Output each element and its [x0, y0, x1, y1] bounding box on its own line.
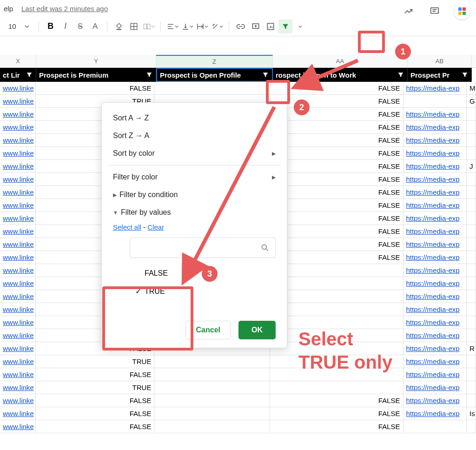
filter-by-condition[interactable]: ▶ Filter by condition — [102, 186, 287, 204]
cell-ac[interactable] — [467, 368, 476, 381]
header-cell-aa[interactable]: rospect is Open to Work — [273, 68, 408, 82]
comment-icon[interactable] — [428, 4, 442, 18]
cell-ac[interactable]: G — [467, 95, 476, 107]
cell-ac[interactable] — [467, 108, 476, 120]
cell-y[interactable]: FALSE — [36, 394, 154, 407]
cell-aa[interactable] — [270, 381, 403, 394]
clear-link[interactable]: Clear — [147, 223, 164, 231]
text-wrap-button[interactable] — [195, 20, 209, 33]
cell-ac[interactable]: J — [467, 160, 476, 172]
cell-ab[interactable]: https://media-exp — [403, 355, 467, 368]
cell-ac[interactable] — [467, 394, 476, 407]
filter-icon[interactable] — [145, 71, 153, 79]
cell-ac[interactable] — [467, 355, 476, 368]
cell-aa[interactable]: FALSE — [270, 199, 403, 212]
cell-ab[interactable]: https://media-exp — [403, 251, 467, 264]
header-cell-y[interactable]: Prospect is Premium — [36, 68, 156, 82]
cell-link[interactable]: www.linke — [0, 290, 36, 303]
cell-z[interactable] — [154, 420, 270, 433]
cell-ab[interactable]: https://media-exp — [403, 225, 467, 238]
filter-icon[interactable] — [26, 71, 33, 79]
filter-icon[interactable] — [397, 71, 404, 79]
cell-ab[interactable]: https://media-exp — [403, 381, 467, 394]
fill-color-button[interactable] — [112, 20, 126, 33]
horizontal-align-button[interactable] — [165, 20, 179, 33]
insert-chart-button[interactable] — [264, 20, 278, 33]
insert-comment-button[interactable] — [249, 20, 263, 33]
cell-aa[interactable] — [270, 355, 403, 368]
cell-ac[interactable] — [467, 186, 476, 199]
cancel-button[interactable]: Cancel — [185, 321, 231, 339]
cell-link[interactable]: www.linke — [0, 108, 36, 120]
cell-link[interactable]: www.linke — [0, 199, 36, 212]
cell-ab[interactable]: https://media-exp — [403, 173, 467, 185]
cell-link[interactable]: www.linke — [0, 316, 36, 329]
filter-search-input[interactable] — [130, 238, 276, 258]
cell-ab[interactable]: https://media-exp — [403, 238, 467, 251]
cell-ac[interactable] — [467, 420, 476, 433]
column-header-x[interactable]: X — [0, 55, 36, 67]
cell-ac[interactable]: Is — [467, 407, 476, 420]
borders-button[interactable] — [127, 20, 141, 33]
cell-ac[interactable] — [467, 212, 476, 225]
cell-y[interactable]: FALSE — [36, 407, 154, 420]
cell-ac[interactable] — [467, 381, 476, 394]
cell-ac[interactable] — [467, 303, 476, 316]
cell-z[interactable] — [154, 394, 270, 407]
cell-y[interactable]: TRUE — [36, 381, 154, 394]
header-cell-ab[interactable]: Prospect Pr — [408, 68, 472, 82]
cell-ab[interactable]: https://media-exp — [403, 186, 467, 199]
vertical-align-button[interactable] — [180, 20, 194, 33]
cell-ab[interactable]: https://media-exp — [403, 277, 467, 290]
cell-aa[interactable]: FALSE — [270, 147, 403, 159]
cell-z[interactable] — [154, 82, 270, 94]
sort-by-color[interactable]: Sort by color ▶ — [102, 145, 287, 162]
cell-aa[interactable]: FALSE — [270, 212, 403, 225]
insert-link-button[interactable] — [234, 20, 248, 33]
sort-az[interactable]: Sort A → Z — [102, 109, 287, 127]
cell-ac[interactable] — [467, 225, 476, 238]
cell-link[interactable]: www.linke — [0, 329, 36, 342]
column-header-ab[interactable]: AB — [408, 55, 472, 67]
cell-ac[interactable] — [467, 316, 476, 329]
cell-y[interactable]: TRUE — [36, 355, 154, 368]
sort-za[interactable]: Sort Z → A — [102, 127, 287, 145]
cell-ab[interactable] — [403, 420, 467, 433]
cell-link[interactable]: www.linke — [0, 95, 36, 107]
filter-by-values[interactable]: ▼ Filter by values — [102, 204, 287, 221]
cell-ac[interactable] — [467, 329, 476, 342]
cell-link[interactable]: www.linke — [0, 186, 36, 199]
cell-ac[interactable] — [467, 277, 476, 290]
filter-views-dropdown[interactable] — [293, 20, 307, 33]
cell-ac[interactable] — [467, 238, 476, 251]
cell-z[interactable] — [154, 355, 270, 368]
cell-link[interactable]: www.linke — [0, 251, 36, 264]
filter-icon[interactable] — [262, 71, 269, 79]
menu-help[interactable]: elp — [4, 5, 13, 13]
cell-link[interactable]: www.linke — [0, 381, 36, 394]
column-header-aa[interactable]: AA — [273, 55, 408, 67]
cell-aa[interactable]: FALSE — [270, 186, 403, 199]
cell-aa[interactable] — [270, 342, 403, 355]
cell-ac[interactable] — [467, 251, 476, 264]
italic-button[interactable]: I — [59, 20, 73, 33]
cell-ac[interactable] — [467, 134, 476, 146]
trend-icon[interactable] — [402, 4, 416, 18]
cell-link[interactable]: www.linke — [0, 264, 36, 277]
cell-link[interactable]: www.linke — [0, 212, 36, 225]
cell-ab[interactable]: https://media-exp — [403, 264, 467, 277]
filter-value-item[interactable]: ✓TRUE — [130, 282, 276, 300]
cell-y[interactable]: FALSE — [36, 82, 154, 94]
filter-by-color[interactable]: Filter by color ▶ — [102, 168, 287, 186]
cell-link[interactable]: www.linke — [0, 225, 36, 238]
cell-aa[interactable]: FALSE — [270, 251, 403, 264]
cell-aa[interactable]: FALSE — [270, 121, 403, 133]
cell-ab[interactable]: https://media-exp — [403, 407, 467, 420]
cell-link[interactable]: www.linke — [0, 238, 36, 251]
column-header-y[interactable]: Y — [36, 55, 156, 67]
cell-ab[interactable]: https://media-exp — [403, 212, 467, 225]
cell-link[interactable]: www.linke — [0, 277, 36, 290]
cell-aa[interactable] — [270, 329, 403, 342]
cell-ac[interactable] — [467, 173, 476, 185]
filter-value-item[interactable]: FALSE — [130, 265, 276, 282]
